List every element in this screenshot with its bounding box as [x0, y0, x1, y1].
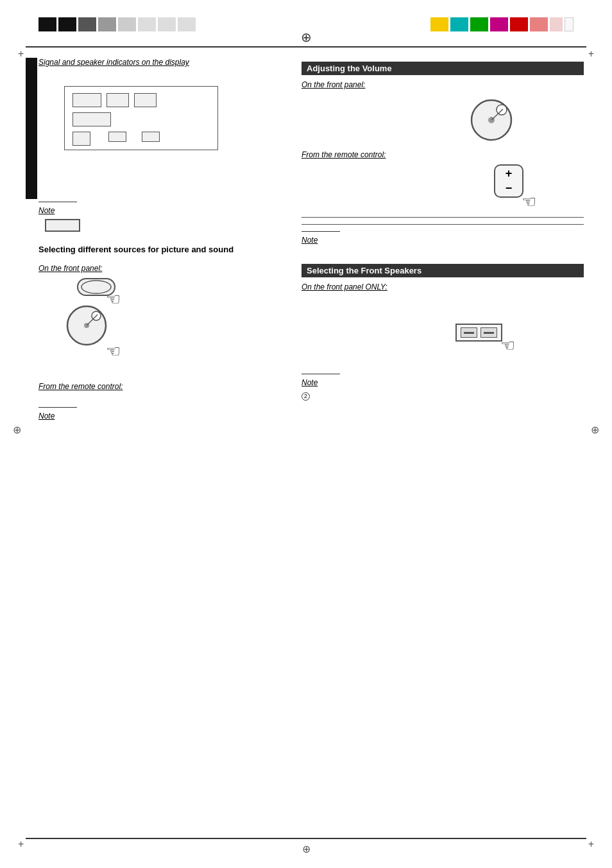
selecting-speakers-section: Selecting the Front Speakers On the fron… [302, 264, 584, 401]
bar-white [565, 17, 574, 31]
note-rule-left-2 [38, 407, 77, 408]
bar-8 [178, 17, 196, 31]
right-column: Adjusting the Volume On the front panel:… [302, 58, 584, 401]
bar-pink [530, 17, 548, 31]
corner-crosshair-tr: + [588, 48, 594, 60]
right-mid-crosshair: ⊕ [591, 424, 599, 436]
from-remote-label-left: From the remote control: [38, 382, 282, 391]
input-selector-group: ☜ [77, 278, 109, 297]
display-block-6 [108, 132, 126, 142]
vol-note-section: Note [302, 231, 584, 245]
selecting-sources-heading: Selecting different sources for picture … [38, 245, 282, 254]
black-sidebar [26, 58, 37, 199]
remote-vol-group: + − ☜ [494, 164, 523, 198]
section-divider-1 [302, 217, 584, 218]
speaker-btn-box [455, 324, 502, 342]
corner-crosshair-tl: + [18, 48, 24, 60]
display-row-2 [72, 112, 210, 126]
selecting-sources-section: Selecting different sources for picture … [38, 245, 282, 421]
section-divider-2 [302, 224, 584, 225]
speaker-btn-right [480, 327, 497, 338]
on-front-panel-label-left: On the front panel: [38, 264, 282, 273]
note-section-left-2: Note [38, 407, 282, 421]
input-hand-area: ☜ [77, 278, 282, 297]
display-row-1 [72, 93, 210, 107]
top-crosshair: ⊕ [301, 30, 312, 45]
on-front-panel-only-label: On the front panel ONLY: [302, 282, 584, 291]
bar-magenta [490, 17, 508, 31]
knob-area-left: ☜ [64, 303, 282, 350]
display-block-3 [134, 93, 157, 107]
vol-note-label: Note [302, 236, 584, 245]
note-label-left: Note [38, 206, 282, 215]
hand-icon-knob-left: ☜ [106, 342, 121, 361]
bar-red [510, 17, 528, 31]
on-front-panel-label-right: On the front panel: [302, 80, 584, 89]
bar-7 [158, 17, 176, 31]
bar-6 [138, 17, 156, 31]
main-rule [26, 46, 586, 48]
speaker-btn-left-bar [464, 332, 474, 334]
display-block-4 [72, 112, 111, 126]
signal-indicators-section: Signal and speaker indicators on the dis… [38, 58, 282, 150]
display-block-1 [72, 93, 101, 107]
speaker-btn-group: ☜ [455, 324, 502, 342]
bottom-rule [26, 838, 586, 839]
bar-2 [58, 17, 76, 31]
knob-svg-left [64, 303, 109, 348]
hand-icon-speaker: ☜ [500, 336, 515, 356]
right-color-bars [430, 17, 574, 31]
corner-crosshair-br: + [588, 838, 594, 850]
adjusting-volume-section: Adjusting the Volume On the front panel:… [302, 62, 584, 198]
display-diagram [64, 86, 218, 150]
note-section-left: Note [38, 202, 282, 215]
vol-knob-svg [468, 97, 514, 143]
selecting-speakers-heading: Selecting the Front Speakers [302, 264, 584, 277]
speaker-select-area: ☜ [455, 324, 584, 342]
top-bar: ⊕ [0, 12, 612, 37]
adjusting-volume-heading: Adjusting the Volume [302, 62, 584, 75]
input-indicator-btn [45, 219, 80, 232]
bar-light-pink [550, 17, 563, 31]
bar-green [470, 17, 488, 31]
note-label-left-2: Note [38, 412, 282, 421]
minus-icon: − [506, 182, 513, 195]
footnote-2-icon: 2 [302, 392, 310, 401]
speaker-note-label: Note [302, 378, 584, 387]
bar-1 [38, 17, 56, 31]
speaker-note-rule [302, 374, 340, 374]
bar-yellow [430, 17, 448, 31]
speaker-btn-right-bar [484, 332, 494, 334]
vol-knob-group [468, 97, 514, 145]
vol-remote-btn: + − [494, 164, 523, 198]
left-column: Signal and speaker indicators on the dis… [38, 58, 282, 423]
speaker-note-content: 2 [302, 392, 584, 401]
from-remote-label-right: From the remote control: [302, 150, 584, 159]
signal-indicators-label: Signal and speaker indicators on the dis… [38, 58, 282, 67]
vol-note-rule [302, 231, 340, 232]
bar-4 [98, 17, 116, 31]
bar-3 [78, 17, 96, 31]
input-indicator-row [38, 219, 282, 232]
display-block-7 [142, 132, 160, 142]
left-color-bars [38, 17, 196, 31]
bar-cyan [450, 17, 468, 31]
display-block-5 [72, 132, 90, 146]
note-rule-left [38, 202, 77, 202]
bar-5 [118, 17, 136, 31]
plus-icon: + [506, 167, 513, 180]
speaker-note-section: Note [302, 374, 584, 387]
left-mid-crosshair: ⊕ [13, 424, 21, 436]
knob-group-left: ☜ [64, 303, 109, 350]
bottom-center-crosshair: ⊕ [302, 843, 310, 855]
speaker-btn-left [461, 327, 477, 338]
corner-crosshair-bl: + [18, 838, 24, 850]
remote-vol-area: + − ☜ [302, 164, 584, 198]
hand-icon-remote-vol: ☜ [522, 192, 536, 212]
display-row-3 [72, 132, 210, 146]
vol-knob-area [302, 94, 584, 145]
display-block-2 [106, 93, 129, 107]
